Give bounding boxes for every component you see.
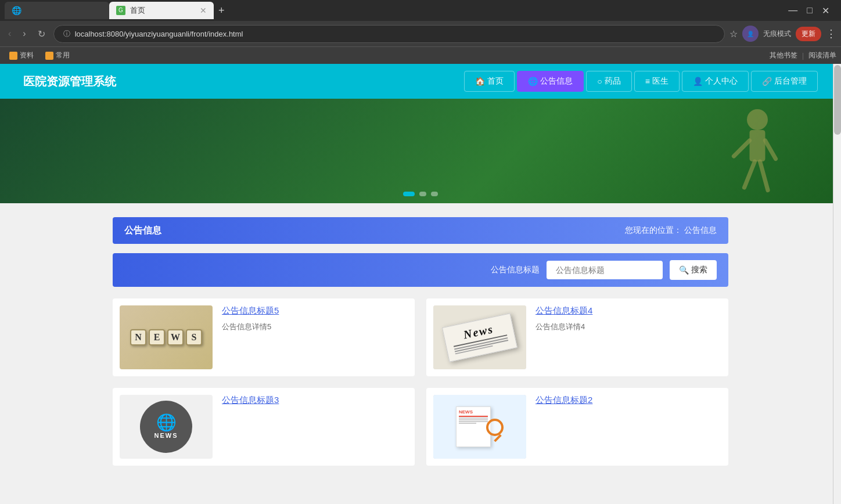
update-btn[interactable]: 更新 <box>796 27 821 41</box>
profile-label: 无痕模式 <box>763 29 791 39</box>
nav-doctor[interactable]: ≡ 医生 <box>634 71 680 92</box>
lock-icon: ⓘ <box>63 29 70 39</box>
search-field-label: 公告信息标题 <box>491 265 540 275</box>
hero-dots <box>403 192 438 203</box>
news-item-1: N E W S 公告信息标题5 公告信息详情5 <box>113 298 415 376</box>
refresh-btn[interactable]: ↻ <box>34 26 49 42</box>
browser-bar: ‹ › ↻ ⓘ localhost:8080/yiyuanziyuanguanl… <box>0 21 841 46</box>
nav-medicine[interactable]: ○ 药品 <box>586 71 631 92</box>
nav-announcement-label: 公告信息 <box>540 76 573 87</box>
browser-chrome: 🌐 G 首页 ✕ + — □ ✕ ‹ › ↻ ⓘ localhost:8080/… <box>0 0 841 64</box>
window-controls: — □ ✕ <box>786 3 836 19</box>
news-item-2: News 公告信息标题4 公告信息详情4 <box>426 298 728 376</box>
minimize-btn[interactable]: — <box>786 3 800 19</box>
scrollbar-thumb[interactable] <box>834 65 841 135</box>
news-thumbnail-1: N E W S <box>120 305 213 369</box>
menu-btn[interactable]: ⋮ <box>826 27 836 40</box>
address-bar[interactable]: ⓘ localhost:8080/yiyuanziyuanguanli/fron… <box>53 25 725 43</box>
svg-line-3 <box>765 141 776 159</box>
scrollbar[interactable] <box>833 64 841 480</box>
nav-personal[interactable]: 👤 个人中心 <box>682 71 749 92</box>
tab-favicon-globe: 🌐 <box>12 6 21 15</box>
close-btn[interactable]: ✕ <box>820 3 832 19</box>
site-header: 医院资源管理系统 🏠 首页 🌐 公告信息 ○ 药品 ≡ 医生 👤 个人中心 <box>0 64 841 99</box>
nav-home-label: 首页 <box>487 76 504 87</box>
folder-icon-2 <box>45 52 53 60</box>
page-content: 医院资源管理系统 🏠 首页 🌐 公告信息 ○ 药品 ≡ 医生 👤 个人中心 <box>0 64 841 466</box>
browser-actions: ☆ 👤 无痕模式 更新 ⋮ <box>729 26 836 42</box>
news-title-3[interactable]: 公告信息标题3 <box>222 395 408 406</box>
news-info-2: 公告信息标题4 公告信息详情4 <box>535 305 721 333</box>
breadcrumb-bar: 公告信息 您现在的位置： 公告信息 <box>113 217 728 244</box>
news-title-4[interactable]: 公告信息标题2 <box>535 395 721 406</box>
home-icon: 🏠 <box>475 77 485 86</box>
user-icon: 👤 <box>693 77 703 86</box>
news-desc-2: 公告信息详情4 <box>535 321 721 333</box>
nav-doctor-label: 医生 <box>652 76 669 87</box>
tab-title: 首页 <box>130 5 145 16</box>
bookmark-ziiliao[interactable]: 资料 <box>5 49 38 62</box>
back-btn[interactable]: ‹ <box>5 26 15 41</box>
hero-figure <box>678 99 795 203</box>
other-bookmarks[interactable]: 其他书签 <box>770 51 797 60</box>
profile-btn[interactable]: 👤 <box>742 26 759 42</box>
search-bar: 公告信息标题 🔍 搜索 <box>113 253 728 287</box>
hero-dot-1[interactable] <box>403 192 415 196</box>
bookmark-changyong[interactable]: 常用 <box>41 49 74 62</box>
right-bookmarks: 其他书签 | 阅读清单 <box>770 51 836 60</box>
nav-home[interactable]: 🏠 首页 <box>464 71 515 92</box>
bookmark-label-1: 资料 <box>20 51 34 60</box>
maximize-btn[interactable]: □ <box>804 3 815 19</box>
nav-medicine-label: 药品 <box>605 76 621 87</box>
news-thumbnail-3: 🌐 NEWS <box>120 395 213 459</box>
globe-icon: 🌐 <box>528 77 538 86</box>
search-button[interactable]: 🔍 搜索 <box>670 260 717 280</box>
reading-list[interactable]: 阅读清单 <box>808 51 836 60</box>
site-nav: 🏠 首页 🌐 公告信息 ○ 药品 ≡ 医生 👤 个人中心 🔗 后台管理 <box>464 71 818 92</box>
site-logo: 医院资源管理系统 <box>23 74 116 89</box>
breadcrumb-path-label: 您现在的位置： <box>625 225 682 235</box>
browser-tab-globe: 🌐 <box>5 2 109 19</box>
news-info-3: 公告信息标题3 <box>222 395 408 411</box>
news-desc-1: 公告信息详情5 <box>222 321 408 333</box>
bookmarks-bar: 资料 常用 其他书签 | 阅读清单 <box>0 46 841 64</box>
news-info-4: 公告信息标题2 <box>535 395 721 411</box>
news-title-2[interactable]: 公告信息标题4 <box>535 305 721 316</box>
url-text: localhost:8080/yiyuanziyuanguanli/front/… <box>75 30 243 38</box>
breadcrumb-path-current: 公告信息 <box>684 225 717 235</box>
news-title-1[interactable]: 公告信息标题5 <box>222 305 408 316</box>
nav-admin[interactable]: 🔗 后台管理 <box>751 71 818 92</box>
star-icon[interactable]: ☆ <box>729 28 738 39</box>
breadcrumb-path: 您现在的位置： 公告信息 <box>625 225 717 236</box>
hero-dot-3[interactable] <box>431 192 438 196</box>
profile-icon: 👤 <box>747 31 754 37</box>
svg-line-4 <box>745 161 755 188</box>
svg-line-5 <box>760 161 768 190</box>
browser-tab-active[interactable]: G 首页 ✕ <box>109 2 214 19</box>
browser-tabs: 🌐 G 首页 ✕ + — □ ✕ <box>0 0 841 21</box>
circle-icon: ○ <box>597 77 602 86</box>
search-icon: 🔍 <box>679 265 689 275</box>
sep: | <box>802 52 804 60</box>
breadcrumb-title: 公告信息 <box>124 225 161 237</box>
main-content: 公告信息 您现在的位置： 公告信息 公告信息标题 🔍 搜索 <box>101 217 740 466</box>
nav-personal-label: 个人中心 <box>705 76 738 87</box>
news-info-1: 公告信息标题5 公告信息详情5 <box>222 305 408 333</box>
doctor-icon: ≡ <box>645 77 650 86</box>
svg-point-0 <box>747 109 768 130</box>
new-tab-btn[interactable]: + <box>218 5 225 17</box>
nav-announcement[interactable]: 🌐 公告信息 <box>517 71 584 92</box>
news-item-4: NEWS <box>426 388 728 466</box>
tab-favicon-green: G <box>116 6 125 15</box>
svg-line-2 <box>734 141 750 156</box>
search-input[interactable] <box>547 261 663 279</box>
news-grid: N E W S 公告信息标题5 公告信息详情5 <box>113 298 728 466</box>
hero-dot-2[interactable] <box>419 192 426 196</box>
forward-btn[interactable]: › <box>19 26 29 41</box>
news-item-3: 🌐 NEWS 公告信息标题3 <box>113 388 415 466</box>
folder-icon-1 <box>9 52 17 60</box>
tab-close-btn[interactable]: ✕ <box>200 6 207 15</box>
search-btn-label: 搜索 <box>691 265 707 275</box>
svg-rect-1 <box>750 130 765 161</box>
bookmark-label-2: 常用 <box>56 51 70 60</box>
